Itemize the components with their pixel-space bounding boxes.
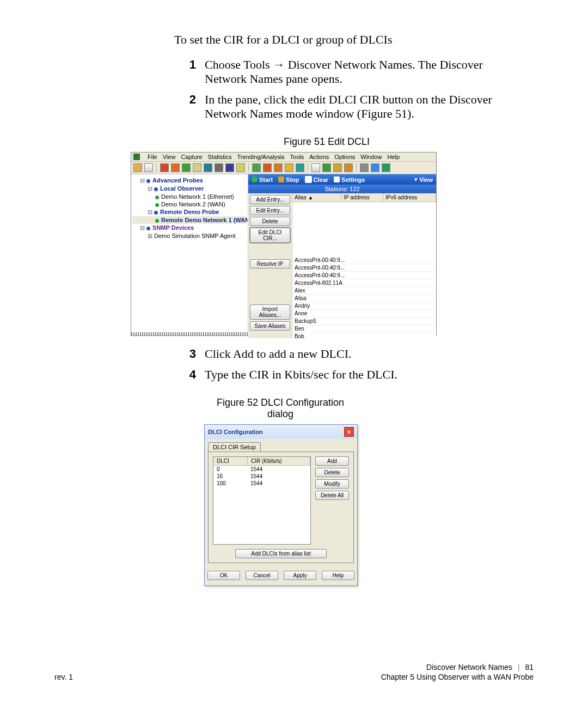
menu-statistics[interactable]: Statistics	[208, 154, 232, 160]
table-row[interactable]: Ben	[292, 325, 436, 333]
start-button[interactable]: Start	[252, 176, 273, 183]
tb-icon-6[interactable]	[193, 163, 201, 172]
apply-button[interactable]: Apply	[284, 571, 316, 580]
save-aliases-button[interactable]: Save Aliases	[250, 321, 290, 331]
tb-icon-16[interactable]	[311, 163, 320, 172]
discover-toolbar: Start Stop Clear Settings ▾ View	[248, 174, 436, 185]
tb-sep-4	[356, 163, 357, 172]
tb-icon-22[interactable]	[382, 163, 390, 172]
tb-icon-2[interactable]	[144, 163, 153, 172]
tb-icon-13[interactable]	[274, 163, 283, 172]
menu-view[interactable]: View	[163, 154, 176, 160]
stations-bar: Stations: 122	[248, 185, 436, 193]
import-aliases-button[interactable]: Import Aliases...	[250, 304, 290, 320]
resolve-ip-button[interactable]: Resolve IP	[250, 259, 290, 268]
tb-icon-19[interactable]	[344, 163, 353, 172]
tree-snmp-agent[interactable]: Demo Simulation SNMP Agent	[154, 233, 236, 239]
app-icon	[133, 154, 140, 160]
edit-dlci-cir-button[interactable]: Edit DLCI CIR...	[250, 228, 290, 243]
delete-all-button[interactable]: Delete All	[315, 491, 349, 500]
stations-grid[interactable]: Alias ▲ IP address IPv6 address AccessPn…	[292, 193, 436, 338]
intro-text: To set the CIR for a DLCI or group of DL…	[174, 33, 501, 47]
table-row[interactable]: Andriy	[292, 302, 436, 310]
dialog-title-text: DLCI Configuration	[208, 429, 263, 435]
list-item[interactable]: 161544	[213, 473, 310, 480]
table-row[interactable]: AccessPnt-00:40:9...	[292, 264, 436, 272]
edit-entry-button[interactable]: Edit Entry...	[250, 206, 290, 215]
grid-rows: AccessPnt-00:40:9... AccessPnt-00:40:9..…	[292, 257, 436, 338]
tb-icon-8[interactable]	[215, 163, 223, 172]
table-row[interactable]: AccessPnt-00:40:9...	[292, 257, 436, 264]
help-button[interactable]: Help	[322, 571, 354, 580]
tree-local-observer[interactable]: Local Observer	[160, 185, 204, 192]
modify-button[interactable]: Modify	[315, 479, 349, 489]
side-button-column: Add Entry... Edit Entry... Delete Edit D…	[248, 193, 292, 338]
stop-button[interactable]: Stop	[278, 176, 299, 183]
tb-icon-3[interactable]	[160, 163, 169, 172]
step-4-text: Type the CIR in Kbits/sec for the DLCI.	[205, 368, 501, 382]
add-button[interactable]: Add	[315, 456, 349, 466]
tree-remote-probe[interactable]: Remote Demo Probe	[160, 209, 219, 215]
probe-tree[interactable]: ⊟ Advanced Probes ⊟ Local Observer Demo …	[131, 174, 248, 332]
table-row[interactable]: Alex	[292, 287, 436, 295]
tb-icon-1[interactable]	[133, 163, 142, 172]
tree-net1[interactable]: Demo Network 1 (Ethernet)	[161, 193, 234, 200]
tree-snmp-devices[interactable]: SNMP Devices	[152, 224, 194, 231]
table-row[interactable]: BackupS	[292, 318, 436, 325]
col-ipv6[interactable]: IPv6 address	[383, 193, 436, 202]
menu-tools[interactable]: Tools	[290, 154, 304, 160]
delete-dlci-button[interactable]: Delete	[315, 468, 349, 477]
tree-advanced-probes[interactable]: Advanced Probes	[152, 177, 203, 184]
step-1-num: 1	[174, 58, 205, 86]
close-icon[interactable]: ×	[344, 427, 354, 437]
menu-window[interactable]: Window	[360, 154, 382, 160]
menu-actions[interactable]: Actions	[309, 154, 329, 160]
list-item[interactable]: 01544	[213, 466, 310, 473]
add-from-alias-button[interactable]: Add DLCIs from alias list	[235, 549, 327, 558]
col-ip[interactable]: IP address	[341, 193, 383, 202]
col-dlci[interactable]: DLCI	[213, 457, 248, 465]
figure-52-caption: Figure 52 DLCI Configuration dialog	[204, 397, 357, 420]
cancel-button[interactable]: Cancel	[246, 571, 278, 580]
tree-remote-net1[interactable]: Remote Demo Network 1 (WAN)	[161, 217, 248, 223]
tb-sep-3	[308, 163, 308, 172]
table-row[interactable]: Anne	[292, 310, 436, 318]
tb-icon-14[interactable]	[285, 163, 293, 172]
ok-button[interactable]: OK	[207, 571, 240, 580]
delete-button[interactable]: Delete	[250, 217, 290, 226]
tb-icon-12[interactable]	[263, 163, 272, 172]
tb-icon-7[interactable]	[204, 163, 212, 172]
tb-icon-18[interactable]	[333, 163, 342, 172]
figure-51-caption: Figure 51 Edit DCLI	[174, 136, 479, 148]
settings-button[interactable]: Settings	[334, 176, 365, 183]
tb-icon-20[interactable]	[360, 163, 369, 172]
tb-icon-15[interactable]	[296, 163, 304, 172]
table-row[interactable]: AccessPnt-00:40:9...	[292, 272, 436, 279]
table-row[interactable]: AccessPnt-802.11A	[292, 279, 436, 287]
table-row[interactable]: Alisa	[292, 295, 436, 302]
menu-file[interactable]: File	[148, 154, 157, 160]
tree-net2[interactable]: Demo Network 2 (WAN)	[161, 201, 225, 208]
col-cir[interactable]: CIR (Kbits/s)	[248, 457, 310, 465]
dlci-list[interactable]: DLCI CIR (Kbits/s) 01544 161544 1001544	[213, 456, 311, 545]
menu-trending[interactable]: Trending/Analysis	[237, 154, 285, 160]
tb-icon-4[interactable]	[171, 163, 180, 172]
table-row[interactable]: Bob	[292, 333, 436, 338]
tb-icon-5[interactable]	[182, 163, 191, 172]
tb-icon-10[interactable]	[236, 163, 245, 172]
step-3-num: 3	[174, 347, 205, 361]
tb-icon-17[interactable]	[322, 163, 331, 172]
tab-dlci-cir-setup[interactable]: DLCI CIR Setup	[208, 442, 261, 451]
list-item[interactable]: 1001544	[213, 480, 310, 487]
step-4-num: 4	[174, 368, 205, 382]
view-button[interactable]: ▾ View	[414, 176, 433, 183]
tb-icon-9[interactable]	[225, 163, 234, 172]
add-entry-button[interactable]: Add Entry...	[250, 195, 290, 204]
menu-help[interactable]: Help	[387, 154, 400, 160]
tb-icon-21[interactable]	[371, 163, 379, 172]
tb-icon-11[interactable]	[252, 163, 261, 172]
menu-capture[interactable]: Capture	[181, 154, 202, 160]
clear-button[interactable]: Clear	[305, 176, 329, 183]
menu-options[interactable]: Options	[334, 154, 355, 160]
col-alias[interactable]: Alias ▲	[292, 193, 341, 202]
